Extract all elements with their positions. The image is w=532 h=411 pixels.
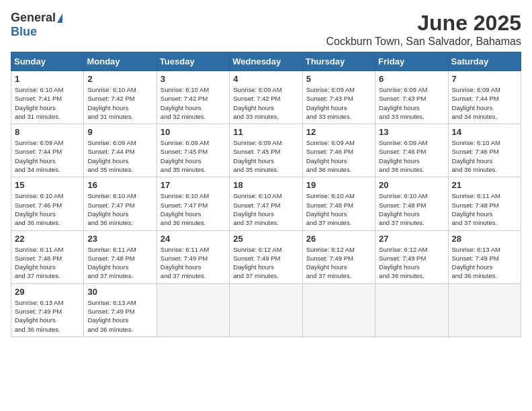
calendar-day-cell: 27 Sunrise: 6:12 AM Sunset: 7:49 PM Dayl… (375, 230, 448, 283)
calendar-table: SundayMondayTuesdayWednesdayThursdayFrid… (11, 52, 521, 337)
day-info: Sunrise: 6:10 AM Sunset: 7:48 PM Dayligh… (379, 191, 444, 227)
calendar-day-cell: 8 Sunrise: 6:09 AM Sunset: 7:44 PM Dayli… (11, 124, 84, 177)
calendar-day-cell: 17 Sunrise: 6:10 AM Sunset: 7:47 PM Dayl… (157, 177, 229, 230)
day-number: 20 (379, 180, 444, 190)
day-info: Sunrise: 6:09 AM Sunset: 7:46 PM Dayligh… (379, 138, 444, 174)
day-info: Sunrise: 6:09 AM Sunset: 7:44 PM Dayligh… (87, 138, 152, 174)
calendar-day-cell: 16 Sunrise: 6:10 AM Sunset: 7:47 PM Dayl… (84, 177, 157, 230)
day-info: Sunrise: 6:13 AM Sunset: 7:49 PM Dayligh… (452, 245, 517, 281)
day-info: Sunrise: 6:10 AM Sunset: 7:47 PM Dayligh… (87, 191, 152, 227)
day-info: Sunrise: 6:09 AM Sunset: 7:46 PM Dayligh… (306, 138, 371, 174)
day-number: 6 (379, 74, 444, 84)
day-number: 26 (306, 234, 371, 244)
calendar-body: 1 Sunrise: 6:10 AM Sunset: 7:41 PM Dayli… (11, 71, 521, 337)
day-number: 11 (233, 127, 298, 137)
weekday-header: Friday (375, 52, 448, 71)
day-number: 12 (306, 127, 371, 137)
logo-blue-text: Blue (11, 25, 37, 39)
day-info: Sunrise: 6:09 AM Sunset: 7:45 PM Dayligh… (161, 138, 226, 174)
calendar-day-cell: 12 Sunrise: 6:09 AM Sunset: 7:46 PM Dayl… (302, 124, 375, 177)
day-info: Sunrise: 6:10 AM Sunset: 7:42 PM Dayligh… (87, 85, 152, 121)
calendar-day-cell (448, 283, 521, 336)
day-number: 28 (452, 234, 517, 244)
day-number: 4 (233, 74, 298, 84)
calendar-week-row: 1 Sunrise: 6:10 AM Sunset: 7:41 PM Dayli… (11, 71, 521, 124)
calendar-week-row: 22 Sunrise: 6:11 AM Sunset: 7:48 PM Dayl… (11, 230, 521, 283)
day-number: 19 (306, 180, 371, 190)
day-number: 8 (15, 127, 80, 137)
day-info: Sunrise: 6:11 AM Sunset: 7:48 PM Dayligh… (452, 191, 517, 227)
day-number: 15 (15, 180, 80, 190)
calendar-day-cell: 1 Sunrise: 6:10 AM Sunset: 7:41 PM Dayli… (11, 71, 84, 124)
day-number: 17 (161, 180, 226, 190)
calendar-day-cell: 22 Sunrise: 6:11 AM Sunset: 7:48 PM Dayl… (11, 230, 84, 283)
day-info: Sunrise: 6:13 AM Sunset: 7:49 PM Dayligh… (15, 298, 80, 334)
calendar-day-cell (230, 283, 302, 336)
calendar-day-cell (375, 283, 448, 336)
logo: General Blue (11, 11, 62, 39)
day-number: 2 (87, 74, 152, 84)
logo-triangle-icon (57, 13, 62, 23)
calendar-week-row: 8 Sunrise: 6:09 AM Sunset: 7:44 PM Dayli… (11, 124, 521, 177)
calendar-day-cell: 10 Sunrise: 6:09 AM Sunset: 7:45 PM Dayl… (157, 124, 229, 177)
day-info: Sunrise: 6:11 AM Sunset: 7:48 PM Dayligh… (15, 245, 80, 281)
calendar-day-cell: 29 Sunrise: 6:13 AM Sunset: 7:49 PM Dayl… (11, 283, 84, 336)
calendar-day-cell: 28 Sunrise: 6:13 AM Sunset: 7:49 PM Dayl… (448, 230, 521, 283)
day-info: Sunrise: 6:11 AM Sunset: 7:49 PM Dayligh… (161, 245, 226, 281)
day-info: Sunrise: 6:09 AM Sunset: 7:43 PM Dayligh… (306, 85, 371, 121)
calendar-day-cell: 11 Sunrise: 6:09 AM Sunset: 7:45 PM Dayl… (230, 124, 302, 177)
day-number: 29 (15, 287, 80, 297)
title-block: June 2025 Cockburn Town, San Salvador, B… (326, 11, 521, 48)
calendar-day-cell: 18 Sunrise: 6:10 AM Sunset: 7:47 PM Dayl… (230, 177, 302, 230)
calendar-day-cell: 19 Sunrise: 6:10 AM Sunset: 7:48 PM Dayl… (302, 177, 375, 230)
day-info: Sunrise: 6:09 AM Sunset: 7:45 PM Dayligh… (233, 138, 298, 174)
day-info: Sunrise: 6:10 AM Sunset: 7:46 PM Dayligh… (15, 191, 80, 227)
day-number: 27 (379, 234, 444, 244)
page-title: June 2025 (326, 11, 521, 36)
weekday-header: Thursday (302, 52, 375, 71)
day-number: 9 (87, 127, 152, 137)
day-number: 10 (161, 127, 226, 137)
calendar-day-cell: 21 Sunrise: 6:11 AM Sunset: 7:48 PM Dayl… (448, 177, 521, 230)
page-subtitle: Cockburn Town, San Salvador, Bahamas (326, 36, 521, 48)
day-number: 30 (87, 287, 152, 297)
calendar-day-cell: 15 Sunrise: 6:10 AM Sunset: 7:46 PM Dayl… (11, 177, 84, 230)
day-number: 21 (452, 180, 517, 190)
calendar-day-cell: 25 Sunrise: 6:12 AM Sunset: 7:49 PM Dayl… (230, 230, 302, 283)
calendar-header: SundayMondayTuesdayWednesdayThursdayFrid… (11, 52, 521, 71)
day-number: 1 (15, 74, 80, 84)
calendar-week-row: 15 Sunrise: 6:10 AM Sunset: 7:46 PM Dayl… (11, 177, 521, 230)
calendar-day-cell: 7 Sunrise: 6:09 AM Sunset: 7:44 PM Dayli… (448, 71, 521, 124)
calendar-day-cell: 26 Sunrise: 6:12 AM Sunset: 7:49 PM Dayl… (302, 230, 375, 283)
calendar-header-row: SundayMondayTuesdayWednesdayThursdayFrid… (11, 52, 521, 71)
day-number: 13 (379, 127, 444, 137)
calendar-week-row: 29 Sunrise: 6:13 AM Sunset: 7:49 PM Dayl… (11, 283, 521, 336)
calendar-day-cell: 14 Sunrise: 6:10 AM Sunset: 7:46 PM Dayl… (448, 124, 521, 177)
page-header: General Blue June 2025 Cockburn Town, Sa… (11, 11, 521, 48)
day-info: Sunrise: 6:12 AM Sunset: 7:49 PM Dayligh… (233, 245, 298, 281)
calendar-day-cell: 5 Sunrise: 6:09 AM Sunset: 7:43 PM Dayli… (302, 71, 375, 124)
day-info: Sunrise: 6:12 AM Sunset: 7:49 PM Dayligh… (379, 245, 444, 281)
calendar-day-cell: 2 Sunrise: 6:10 AM Sunset: 7:42 PM Dayli… (84, 71, 157, 124)
calendar-day-cell: 3 Sunrise: 6:10 AM Sunset: 7:42 PM Dayli… (157, 71, 229, 124)
day-number: 14 (452, 127, 517, 137)
calendar-day-cell: 4 Sunrise: 6:09 AM Sunset: 7:42 PM Dayli… (230, 71, 302, 124)
logo-general-text: General (11, 11, 56, 25)
weekday-header: Sunday (11, 52, 84, 71)
day-number: 22 (15, 234, 80, 244)
day-info: Sunrise: 6:10 AM Sunset: 7:42 PM Dayligh… (161, 85, 226, 121)
day-info: Sunrise: 6:09 AM Sunset: 7:43 PM Dayligh… (379, 85, 444, 121)
calendar-day-cell: 23 Sunrise: 6:11 AM Sunset: 7:48 PM Dayl… (84, 230, 157, 283)
day-info: Sunrise: 6:10 AM Sunset: 7:48 PM Dayligh… (306, 191, 371, 227)
day-number: 25 (233, 234, 298, 244)
calendar-day-cell (302, 283, 375, 336)
calendar-day-cell: 6 Sunrise: 6:09 AM Sunset: 7:43 PM Dayli… (375, 71, 448, 124)
day-info: Sunrise: 6:10 AM Sunset: 7:46 PM Dayligh… (452, 138, 517, 174)
day-info: Sunrise: 6:09 AM Sunset: 7:44 PM Dayligh… (452, 85, 517, 121)
day-number: 16 (87, 180, 152, 190)
day-info: Sunrise: 6:09 AM Sunset: 7:42 PM Dayligh… (233, 85, 298, 121)
calendar-day-cell: 20 Sunrise: 6:10 AM Sunset: 7:48 PM Dayl… (375, 177, 448, 230)
day-number: 23 (87, 234, 152, 244)
day-info: Sunrise: 6:09 AM Sunset: 7:44 PM Dayligh… (15, 138, 80, 174)
day-info: Sunrise: 6:10 AM Sunset: 7:47 PM Dayligh… (161, 191, 226, 227)
